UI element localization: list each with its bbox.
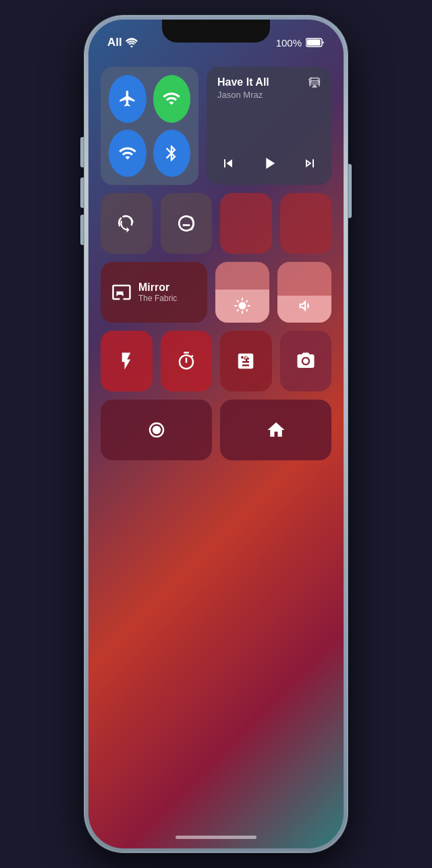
screen-record-button[interactable] xyxy=(101,400,212,460)
mobile-data-button[interactable] xyxy=(153,75,191,123)
battery-icon xyxy=(306,38,325,47)
np-top: Have It All Jason Mraz xyxy=(217,76,321,100)
row-mirror-sliders: Mirror The Fabric xyxy=(101,262,331,323)
bluetooth-button[interactable] xyxy=(153,130,191,178)
control-center: Have It All Jason Mraz xyxy=(101,67,331,808)
home-indicator xyxy=(176,836,256,839)
now-playing-widget[interactable]: Have It All Jason Mraz xyxy=(207,67,331,185)
mirror-text: Mirror The Fabric xyxy=(138,281,177,303)
np-play-button[interactable] xyxy=(260,154,279,175)
np-artist: Jason Mraz xyxy=(217,90,308,100)
screen-mirror-button[interactable]: Mirror The Fabric xyxy=(101,262,207,323)
flashlight-button[interactable] xyxy=(101,331,153,391)
np-title: Have It All xyxy=(217,76,308,88)
carrier-label: All xyxy=(107,36,122,49)
svg-point-5 xyxy=(152,426,161,435)
svg-rect-2 xyxy=(307,40,321,46)
svg-point-0 xyxy=(130,46,132,48)
row-single-buttons xyxy=(101,193,331,254)
np-info: Have It All Jason Mraz xyxy=(217,76,308,100)
rotation-lock-button[interactable] xyxy=(101,193,153,254)
calculator-button[interactable] xyxy=(220,331,272,391)
mirror-label: Mirror xyxy=(138,281,177,294)
status-left: All xyxy=(107,36,138,49)
do-not-disturb-button[interactable] xyxy=(161,193,213,254)
timer-button[interactable] xyxy=(161,331,213,391)
home-button[interactable] xyxy=(220,400,331,460)
battery-pct-label: 100% xyxy=(276,37,302,49)
wifi-button[interactable] xyxy=(109,130,146,178)
phone-outer: All 100% xyxy=(84,16,348,852)
wifi-status-icon xyxy=(126,38,138,47)
row-record-home xyxy=(101,400,331,460)
notch xyxy=(162,20,270,43)
np-next-button[interactable] xyxy=(302,155,318,174)
row-connectivity-nowplaying: Have It All Jason Mraz xyxy=(101,67,331,185)
volume-empty-button[interactable] xyxy=(280,193,332,254)
status-right: 100% xyxy=(276,37,325,49)
phone-screen: All 100% xyxy=(88,20,344,848)
connectivity-block[interactable] xyxy=(101,67,198,185)
row-utilities xyxy=(101,331,331,391)
np-controls xyxy=(217,154,321,175)
brightness-empty-button[interactable] xyxy=(220,193,272,254)
brightness-slider[interactable] xyxy=(215,262,269,323)
camera-button[interactable] xyxy=(280,331,332,391)
volume-slider[interactable] xyxy=(277,262,331,323)
np-prev-button[interactable] xyxy=(220,155,236,174)
airplay-icon[interactable] xyxy=(308,76,321,91)
mirror-sublabel: The Fabric xyxy=(138,294,177,303)
airplane-mode-button[interactable] xyxy=(109,75,146,123)
